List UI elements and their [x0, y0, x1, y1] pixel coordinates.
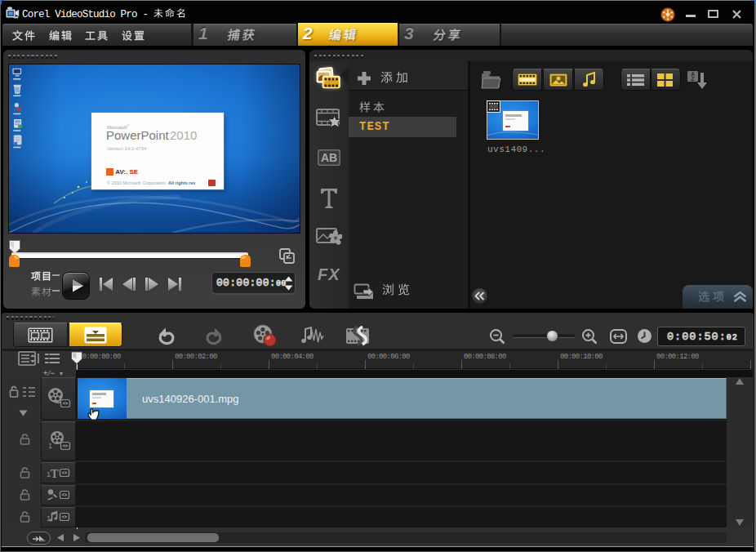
svg-text:Z: Z [692, 76, 695, 82]
svg-text:T: T [51, 468, 59, 479]
svg-text:1: 1 [47, 514, 51, 523]
svg-text:1: 1 [48, 442, 52, 450]
svg-text:AB: AB [321, 151, 337, 164]
